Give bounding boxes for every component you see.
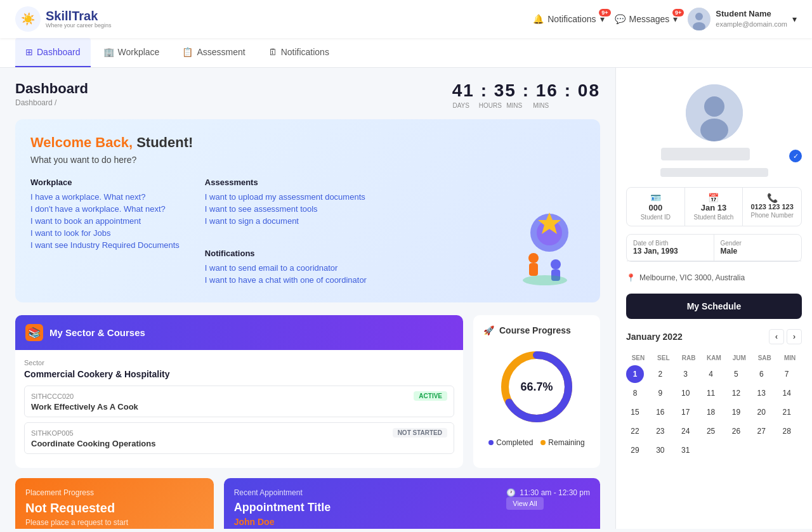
notifications-nav-icon: 🗓 [268, 47, 277, 57]
calendar-day[interactable]: 23 [652, 422, 669, 440]
nav-item-notifications[interactable]: 🗓 Notifications [258, 38, 339, 67]
calendar-day[interactable]: 21 [778, 403, 796, 421]
course-badge-active: ACTIVE [414, 391, 447, 401]
user-name: Student Name [716, 9, 787, 20]
placement-status: Not Requested [25, 501, 204, 516]
calendar-day[interactable]: 24 [677, 422, 695, 440]
workplace-link-3[interactable]: I want to book an appointment [30, 216, 180, 226]
calendar-day[interactable]: 6 [752, 365, 770, 383]
placement-sub: Please place a request to start [25, 518, 204, 527]
calendar-day[interactable]: 16 [652, 403, 669, 421]
logo-icon: ☀️ [15, 6, 41, 32]
calendar-day[interactable]: 4 [702, 365, 720, 383]
calendar-day[interactable]: 9 [652, 384, 669, 402]
course-badge-notstarted: NOT STARTED [393, 428, 447, 438]
calendar-day[interactable]: 2 [652, 365, 669, 383]
course-name-1: Work Effectively As A Cook [31, 402, 447, 412]
calendar-day[interactable]: 13 [752, 384, 770, 402]
completed-dot [488, 440, 494, 445]
clock-icon: 🕐 [506, 488, 516, 497]
assessment-icon: 📋 [182, 47, 193, 57]
calendar-day[interactable]: 25 [702, 422, 720, 440]
timer-secs-label: MINS [532, 102, 550, 109]
calendar-day[interactable]: 12 [727, 384, 745, 402]
assessment-link-3[interactable]: I want to sign a document [205, 216, 367, 226]
phone-label: Phone Number [747, 212, 797, 219]
calendar-day[interactable]: 29 [626, 441, 644, 459]
notifications-button[interactable]: 🔔 Notifications 9+ ▾ [533, 14, 604, 24]
notifications-link-2[interactable]: I want to have a chat with one of coordi… [205, 275, 367, 285]
sector-label: Sector [24, 359, 454, 367]
placement-label: Placement Progress [25, 488, 204, 497]
profile-stats: 🪪 000 Student ID 📅 Jan 13 Student Batch … [626, 187, 802, 226]
assessment-link-1[interactable]: I want to upload my assessment documents [205, 192, 367, 202]
gender-value: Male [721, 247, 796, 256]
profile-detail: Date of Birth 13 Jan, 1993 Gender Male [626, 234, 802, 262]
calendar-day[interactable]: 18 [702, 403, 720, 421]
notifications-link-1[interactable]: I want to send email to a cooridnator [205, 263, 367, 273]
content-area: Dashboard Dashboard / 41 : 35 : 16 : 08 … [0, 68, 615, 529]
calendar-day[interactable]: 15 [626, 403, 644, 421]
calendar-day[interactable]: 19 [727, 403, 745, 421]
cards-row: Placement Progress Not Requested Please … [15, 478, 600, 529]
calendar-day[interactable]: 22 [626, 422, 644, 440]
profile-avatar-image [686, 84, 743, 141]
user-menu[interactable]: Student Name example@domain.com ▾ [688, 8, 797, 30]
completed-legend: Completed [488, 438, 533, 447]
calendar-day[interactable]: 27 [752, 422, 770, 440]
calendar-day[interactable]: 26 [727, 422, 745, 440]
appointment-card: Recent Appointment Appointment Title Joh… [224, 478, 600, 529]
workplace-link-5[interactable]: I want see Industry Required Documents [30, 240, 180, 250]
calendar-day[interactable]: 3 [677, 365, 695, 383]
workplace-link-2[interactable]: I don't have a workplace. What next? [30, 204, 180, 214]
courses-body: Sector Commercial Cookery & Hospitality … [15, 350, 463, 468]
calendar-day[interactable]: 10 [677, 384, 695, 402]
my-schedule-button[interactable]: My Schedule [626, 294, 802, 319]
avatar-image [688, 8, 710, 30]
calendar-day[interactable]: 5 [727, 365, 745, 383]
calendar-day[interactable]: 30 [652, 441, 669, 459]
calendar-day[interactable]: 28 [778, 422, 796, 440]
calendar-day[interactable]: 17 [677, 403, 695, 421]
messages-badge: 9+ [672, 9, 684, 16]
course-name-2: Coordinate Cooking Operations [31, 439, 447, 448]
timer-hours-label: HOURS [479, 102, 497, 109]
view-all-button[interactable]: View All [506, 497, 543, 510]
workplace-link-1[interactable]: I have a workplace. What next? [30, 192, 180, 202]
nav-item-assessment[interactable]: 📋 Assessment [172, 38, 255, 67]
calendar-prev-button[interactable]: ‹ [769, 329, 784, 344]
calendar-day[interactable]: 31 [677, 441, 695, 459]
chat-icon: 💬 [615, 14, 625, 24]
svg-point-5 [528, 253, 539, 263]
calendar-next-button[interactable]: › [787, 329, 802, 344]
phone-icon: 📞 [747, 193, 797, 203]
location-text: Melbourne, VIC 3000, Australia [639, 273, 745, 282]
calendar-month: January 2022 [626, 332, 683, 342]
id-icon: 🪪 [631, 193, 681, 203]
phone-value: 0123 123 123 [747, 203, 797, 211]
timer-mins-label: MINS [506, 102, 523, 109]
user-avatar [688, 8, 710, 30]
map-pin-icon: 📍 [626, 273, 636, 282]
calendar-day[interactable]: 1 [626, 365, 644, 383]
donut-label: 66.7% [520, 380, 553, 394]
nav-item-dashboard[interactable]: ⊞ Dashboard [15, 38, 91, 67]
assessment-link-2[interactable]: I want to see assessment tools [205, 204, 367, 214]
messages-button[interactable]: 💬 Messages 9+ ▾ [615, 14, 678, 24]
calendar-day[interactable]: 20 [752, 403, 770, 421]
workplace-link-4[interactable]: I want to look for Jobs [30, 228, 180, 238]
svg-point-1 [695, 13, 703, 20]
student-id-label: Student ID [631, 214, 681, 221]
calendar-day[interactable]: 14 [778, 384, 796, 402]
bottom-grid: 📚 My Sector & Courses Sector Commercial … [15, 315, 600, 468]
nav-item-workplace[interactable]: 🏢 Workplace [93, 38, 170, 67]
calendar-day[interactable]: 7 [778, 365, 796, 383]
welcome-name: Student! [136, 134, 193, 150]
calendar-day[interactable]: 8 [626, 384, 644, 402]
notifications-badge: 9+ [599, 9, 610, 16]
phone-stat: 📞 0123 123 123 Phone Number [743, 188, 801, 226]
calendar-day[interactable]: 11 [702, 384, 720, 402]
dob-detail: Date of Birth 13 Jan, 1993 [627, 235, 714, 261]
course-top-2: SITHKOP005 NOT STARTED [31, 428, 447, 438]
gender-label: Gender [721, 240, 796, 247]
